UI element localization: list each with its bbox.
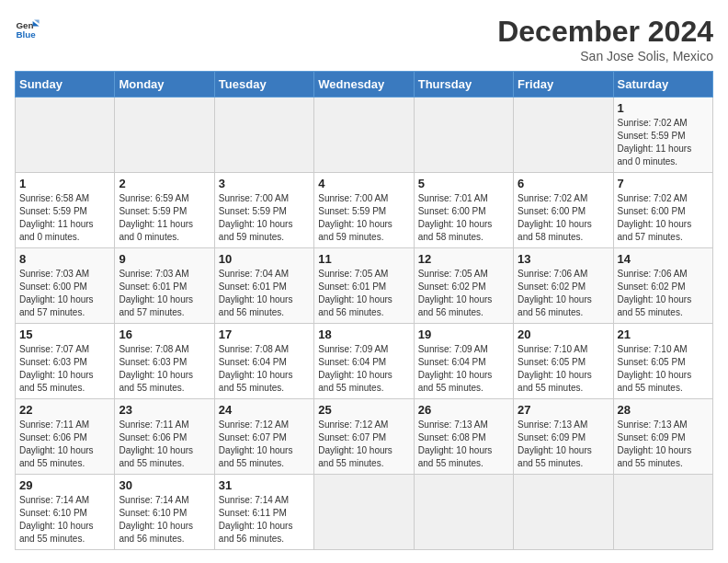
calendar-week-row: 22 Sunrise: 7:11 AM Sunset: 6:06 PM Dayl… xyxy=(16,399,713,475)
day-number: 13 xyxy=(518,252,609,266)
day-number: 25 xyxy=(318,403,409,417)
calendar-cell xyxy=(613,475,712,550)
calendar-week-row: 1 Sunrise: 6:58 AM Sunset: 5:59 PM Dayli… xyxy=(16,173,713,248)
day-detail: Sunrise: 7:12 AM Sunset: 6:07 PM Dayligh… xyxy=(219,419,310,470)
calendar-cell: 5 Sunrise: 7:01 AM Sunset: 6:00 PM Dayli… xyxy=(414,173,513,248)
calendar-cell: 12 Sunrise: 7:05 AM Sunset: 6:02 PM Dayl… xyxy=(414,248,513,324)
day-number: 14 xyxy=(618,252,709,266)
day-number: 28 xyxy=(618,403,709,417)
day-number: 4 xyxy=(318,177,409,190)
calendar-cell: 7 Sunrise: 7:02 AM Sunset: 6:00 PM Dayli… xyxy=(613,173,712,248)
calendar-cell xyxy=(514,98,613,173)
day-number: 29 xyxy=(19,478,110,492)
calendar-cell xyxy=(314,475,414,550)
calendar-cell: 28 Sunrise: 7:13 AM Sunset: 6:09 PM Dayl… xyxy=(613,399,712,475)
day-number: 23 xyxy=(119,403,210,417)
calendar-cell: 27 Sunrise: 7:13 AM Sunset: 6:09 PM Dayl… xyxy=(514,399,613,475)
calendar-cell: 3 Sunrise: 7:00 AM Sunset: 5:59 PM Dayli… xyxy=(214,173,313,248)
calendar-cell xyxy=(115,98,214,173)
day-number: 18 xyxy=(318,327,409,341)
title-block: December 2024 San Jose Solis, Mexico xyxy=(497,15,713,63)
day-detail: Sunrise: 6:59 AM Sunset: 5:59 PM Dayligh… xyxy=(119,192,210,244)
day-detail: Sunrise: 7:08 AM Sunset: 6:04 PM Dayligh… xyxy=(219,343,310,395)
day-number: 11 xyxy=(318,252,409,266)
calendar-cell: 1 Sunrise: 6:58 AM Sunset: 5:59 PM Dayli… xyxy=(16,173,115,248)
day-detail: Sunrise: 7:00 AM Sunset: 5:59 PM Dayligh… xyxy=(219,192,310,244)
calendar-cell xyxy=(314,98,414,173)
day-detail: Sunrise: 7:03 AM Sunset: 6:00 PM Dayligh… xyxy=(19,268,110,319)
day-number: 30 xyxy=(119,478,210,492)
day-number: 15 xyxy=(19,327,110,341)
calendar-week-row: 1 Sunrise: 7:02 AM Sunset: 5:59 PM Dayli… xyxy=(16,98,713,173)
day-number: 1 xyxy=(19,177,110,190)
location-subtitle: San Jose Solis, Mexico xyxy=(497,49,713,63)
calendar-cell xyxy=(16,98,115,173)
day-detail: Sunrise: 7:12 AM Sunset: 6:07 PM Dayligh… xyxy=(318,419,409,470)
day-number: 12 xyxy=(418,252,509,266)
day-number: 10 xyxy=(219,252,310,266)
calendar-cell: 23 Sunrise: 7:11 AM Sunset: 6:06 PM Dayl… xyxy=(115,399,214,475)
day-number: 24 xyxy=(219,403,310,417)
day-number: 21 xyxy=(618,327,709,341)
day-number: 1 xyxy=(618,101,709,115)
day-detail: Sunrise: 7:06 AM Sunset: 6:02 PM Dayligh… xyxy=(518,268,609,319)
day-number: 27 xyxy=(518,403,609,417)
calendar-week-row: 29 Sunrise: 7:14 AM Sunset: 6:10 PM Dayl… xyxy=(16,475,713,550)
calendar-cell: 22 Sunrise: 7:11 AM Sunset: 6:06 PM Dayl… xyxy=(16,399,115,475)
calendar-cell xyxy=(514,475,613,550)
page-header: Gen Blue December 2024 San Jose Solis, M… xyxy=(15,15,713,63)
calendar-day-header: Tuesday xyxy=(214,72,313,98)
logo-icon: Gen Blue xyxy=(15,15,40,40)
day-detail: Sunrise: 7:10 AM Sunset: 6:05 PM Dayligh… xyxy=(618,343,709,395)
calendar-cell: 4 Sunrise: 7:00 AM Sunset: 5:59 PM Dayli… xyxy=(314,173,414,248)
day-number: 8 xyxy=(19,252,110,266)
day-detail: Sunrise: 7:13 AM Sunset: 6:09 PM Dayligh… xyxy=(518,419,609,470)
day-number: 7 xyxy=(618,177,709,190)
day-number: 5 xyxy=(418,177,509,190)
day-detail: Sunrise: 7:08 AM Sunset: 6:03 PM Dayligh… xyxy=(119,343,210,395)
day-number: 9 xyxy=(119,252,210,266)
day-number: 22 xyxy=(19,403,110,417)
day-number: 3 xyxy=(219,177,310,190)
calendar-day-header: Thursday xyxy=(414,72,513,98)
day-detail: Sunrise: 7:03 AM Sunset: 6:01 PM Dayligh… xyxy=(119,268,210,319)
calendar-week-row: 15 Sunrise: 7:07 AM Sunset: 6:03 PM Dayl… xyxy=(16,324,713,399)
day-detail: Sunrise: 7:04 AM Sunset: 6:01 PM Dayligh… xyxy=(219,268,310,319)
calendar-cell xyxy=(414,98,513,173)
month-title: December 2024 xyxy=(497,15,713,49)
calendar-cell: 26 Sunrise: 7:13 AM Sunset: 6:08 PM Dayl… xyxy=(414,399,513,475)
calendar-cell: 6 Sunrise: 7:02 AM Sunset: 6:00 PM Dayli… xyxy=(514,173,613,248)
day-detail: Sunrise: 7:01 AM Sunset: 6:00 PM Dayligh… xyxy=(418,192,509,244)
day-detail: Sunrise: 7:14 AM Sunset: 6:10 PM Dayligh… xyxy=(19,494,110,546)
day-detail: Sunrise: 7:14 AM Sunset: 6:10 PM Dayligh… xyxy=(119,494,210,546)
calendar-table: SundayMondayTuesdayWednesdayThursdayFrid… xyxy=(15,71,713,550)
day-detail: Sunrise: 7:05 AM Sunset: 6:01 PM Dayligh… xyxy=(318,268,409,319)
calendar-cell: 14 Sunrise: 7:06 AM Sunset: 6:02 PM Dayl… xyxy=(613,248,712,324)
calendar-cell: 19 Sunrise: 7:09 AM Sunset: 6:04 PM Dayl… xyxy=(414,324,513,399)
calendar-cell: 24 Sunrise: 7:12 AM Sunset: 6:07 PM Dayl… xyxy=(214,399,313,475)
calendar-cell: 9 Sunrise: 7:03 AM Sunset: 6:01 PM Dayli… xyxy=(115,248,214,324)
day-detail: Sunrise: 7:07 AM Sunset: 6:03 PM Dayligh… xyxy=(19,343,110,395)
calendar-cell: 20 Sunrise: 7:10 AM Sunset: 6:05 PM Dayl… xyxy=(514,324,613,399)
calendar-cell: 18 Sunrise: 7:09 AM Sunset: 6:04 PM Dayl… xyxy=(314,324,414,399)
calendar-cell xyxy=(414,475,513,550)
calendar-cell: 10 Sunrise: 7:04 AM Sunset: 6:01 PM Dayl… xyxy=(214,248,313,324)
svg-text:Blue: Blue xyxy=(16,29,36,40)
calendar-cell: 8 Sunrise: 7:03 AM Sunset: 6:00 PM Dayli… xyxy=(16,248,115,324)
day-detail: Sunrise: 7:02 AM Sunset: 6:00 PM Dayligh… xyxy=(618,192,709,244)
calendar-week-row: 8 Sunrise: 7:03 AM Sunset: 6:00 PM Dayli… xyxy=(16,248,713,324)
day-detail: Sunrise: 6:58 AM Sunset: 5:59 PM Dayligh… xyxy=(19,192,110,244)
day-number: 31 xyxy=(219,478,310,492)
calendar-body: 1 Sunrise: 7:02 AM Sunset: 5:59 PM Dayli… xyxy=(16,98,713,550)
day-detail: Sunrise: 7:09 AM Sunset: 6:04 PM Dayligh… xyxy=(318,343,409,395)
day-detail: Sunrise: 7:02 AM Sunset: 5:59 PM Dayligh… xyxy=(618,117,709,168)
day-detail: Sunrise: 7:11 AM Sunset: 6:06 PM Dayligh… xyxy=(19,419,110,470)
day-number: 26 xyxy=(418,403,509,417)
calendar-day-header: Saturday xyxy=(613,72,712,98)
calendar-day-header: Monday xyxy=(115,72,214,98)
day-detail: Sunrise: 7:05 AM Sunset: 6:02 PM Dayligh… xyxy=(418,268,509,319)
calendar-cell: 29 Sunrise: 7:14 AM Sunset: 6:10 PM Dayl… xyxy=(16,475,115,550)
calendar-cell: 13 Sunrise: 7:06 AM Sunset: 6:02 PM Dayl… xyxy=(514,248,613,324)
day-number: 6 xyxy=(518,177,609,190)
calendar-cell: 15 Sunrise: 7:07 AM Sunset: 6:03 PM Dayl… xyxy=(16,324,115,399)
